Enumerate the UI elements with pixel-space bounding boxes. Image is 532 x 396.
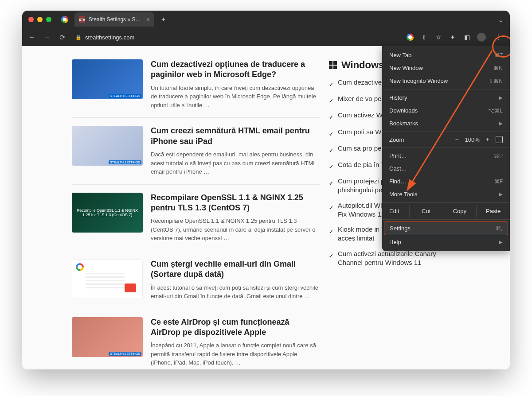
back-button[interactable]: ← xyxy=(27,33,36,41)
article-thumbnail: STEALTH.SETTINGS xyxy=(72,59,143,99)
check-icon: ✓ xyxy=(329,131,333,138)
share-icon[interactable]: ⇧ xyxy=(420,33,428,41)
article-thumbnail xyxy=(72,259,143,299)
titlebar: STH Stealth Settings » Sursa de tut × + … xyxy=(22,11,510,28)
menu-downloads[interactable]: Downloads⌥⌘L xyxy=(382,104,510,117)
google-account-icon[interactable] xyxy=(406,33,414,41)
article-title: Recompilare OpenSSL 1.1 & NGINX 1.25 pen… xyxy=(151,193,320,214)
menu-help[interactable]: Help▶ xyxy=(382,236,510,248)
fullscreen-icon[interactable] xyxy=(496,136,503,143)
zoom-level: 100% xyxy=(465,136,480,143)
article-title: Cum dezactivezi opțiunea de traducere a … xyxy=(151,59,320,80)
new-tab-button[interactable]: + xyxy=(161,16,165,23)
menu-zoom: Zoom − 100% + xyxy=(382,134,510,145)
sidepanel-icon[interactable]: ◧ xyxy=(463,33,471,41)
chevron-right-icon: ▶ xyxy=(499,192,503,197)
tab-favicon-icon: STH xyxy=(79,16,85,23)
check-icon: ✓ xyxy=(329,114,333,121)
check-icon: ✓ xyxy=(329,147,333,154)
menu-print[interactable]: Print…⌘P xyxy=(382,149,510,162)
menu-paste[interactable]: Paste xyxy=(476,205,510,217)
article-thumbnail: STEALTH.SETTINGS xyxy=(72,317,143,357)
article-item[interactable]: STEALTH.SETTINGS Ce este AirDrop și cum … xyxy=(72,317,320,369)
zoom-in-button[interactable]: + xyxy=(486,136,489,143)
profile-avatar-icon[interactable] xyxy=(477,33,486,42)
article-list: STEALTH.SETTINGS Cum dezactivezi opțiune… xyxy=(72,59,320,369)
chevron-right-icon: ▶ xyxy=(499,95,503,100)
menu-copy[interactable]: Copy xyxy=(443,205,477,217)
lock-icon: 🔒 xyxy=(75,35,82,40)
extensions-icon[interactable]: ✦ xyxy=(449,33,457,41)
chrome-menu: New Tab⌘T New Window⌘N New Incognito Win… xyxy=(382,46,510,251)
more-menu-button[interactable]: ⋮ xyxy=(492,31,505,43)
menu-settings[interactable]: Settings⌘, xyxy=(384,221,508,235)
article-excerpt: În acest tutorial o să înveți cum poți s… xyxy=(151,283,320,301)
windows-icon xyxy=(329,61,337,69)
article-item[interactable]: Cum ștergi vechile email-uri din Gmail (… xyxy=(72,259,320,309)
window-controls xyxy=(28,17,51,22)
menu-edit-row: Edit Cut Copy Paste xyxy=(382,205,510,217)
menu-history[interactable]: History▶ xyxy=(382,91,510,104)
check-icon: ✓ xyxy=(329,228,333,243)
check-icon: ✓ xyxy=(329,81,333,88)
google-icon xyxy=(61,16,68,23)
article-thumbnail: Recompile OpenSSL 1.1 & NGINX 1.25 for T… xyxy=(72,193,143,233)
menu-new-tab[interactable]: New Tab⌘T xyxy=(382,49,510,62)
check-icon: ✓ xyxy=(329,180,333,195)
article-item[interactable]: Recompile OpenSSL 1.1 & NGINX 1.25 for T… xyxy=(72,193,320,251)
menu-edit-label: Edit xyxy=(382,205,409,217)
check-icon: ✓ xyxy=(329,252,333,268)
chevron-right-icon: ▶ xyxy=(499,121,503,126)
menu-find[interactable]: Find…⌘F xyxy=(382,175,510,188)
reload-button[interactable]: ⟳ xyxy=(58,33,66,42)
article-excerpt: Recompilare OpenSSL 1.1 & NGINX 1.25 pen… xyxy=(151,217,320,243)
chevron-right-icon: ▶ xyxy=(499,240,503,245)
menu-cut[interactable]: Cut xyxy=(409,205,443,217)
menu-more-tools[interactable]: More Tools▶ xyxy=(382,188,510,201)
check-icon: ✓ xyxy=(329,163,333,171)
browser-window: STH Stealth Settings » Sursa de tut × + … xyxy=(22,11,510,369)
chevron-down-icon[interactable]: ⌄ xyxy=(498,16,504,24)
maximize-window-button[interactable] xyxy=(46,17,51,22)
toolbar-actions: ⇧ ☆ ✦ ◧ ⋮ xyxy=(406,31,505,43)
close-tab-button[interactable]: × xyxy=(146,16,150,23)
sidebar-link[interactable]: ✓Cum activezi actualizarile Canary Chann… xyxy=(329,249,458,268)
article-item[interactable]: STEALTH.SETTINGS Cum dezactivezi opțiune… xyxy=(72,59,320,118)
forward-button[interactable]: → xyxy=(43,33,51,41)
browser-tab[interactable]: STH Stealth Settings » Sursa de tut × xyxy=(74,12,154,27)
article-thumbnail: STEALTH.SETTINGS xyxy=(72,126,143,166)
toolbar: ← → ⟳ 🔒 stealthsettings.com ⇧ ☆ ✦ ◧ ⋮ xyxy=(22,28,510,46)
address-bar[interactable]: 🔒 stealthsettings.com xyxy=(73,34,400,41)
article-title: Ce este AirDrop și cum funcționează AirD… xyxy=(151,317,320,338)
tab-title: Stealth Settings » Sursa de tut xyxy=(89,16,143,23)
menu-cast[interactable]: Cast… xyxy=(382,162,510,175)
bookmark-star-icon[interactable]: ☆ xyxy=(434,33,442,41)
article-title: Cum ștergi vechile email-uri din Gmail (… xyxy=(151,259,320,280)
check-icon: ✓ xyxy=(329,204,333,219)
close-window-button[interactable] xyxy=(28,17,34,22)
minimize-window-button[interactable] xyxy=(37,17,43,22)
menu-new-window[interactable]: New Window⌘N xyxy=(382,62,510,74)
article-item[interactable]: STEALTH.SETTINGS Cum creezi semnătură HT… xyxy=(72,126,320,184)
article-excerpt: Dacă ești dependent de email-uri, mai al… xyxy=(151,150,320,176)
article-excerpt: Un tutorial foarte simplu, în care înveț… xyxy=(151,84,320,110)
check-icon: ✓ xyxy=(329,97,333,105)
article-title: Cum creezi semnătură HTML email pentru i… xyxy=(151,126,320,147)
menu-new-incognito[interactable]: New Incognito Window⇧⌘N xyxy=(382,74,510,87)
url-text: stealthsettings.com xyxy=(85,34,134,41)
zoom-out-button[interactable]: − xyxy=(455,136,458,143)
menu-bookmarks[interactable]: Bookmarks▶ xyxy=(382,117,510,130)
article-excerpt: Începând cu 2011, Apple a lansat o funcț… xyxy=(151,341,320,367)
